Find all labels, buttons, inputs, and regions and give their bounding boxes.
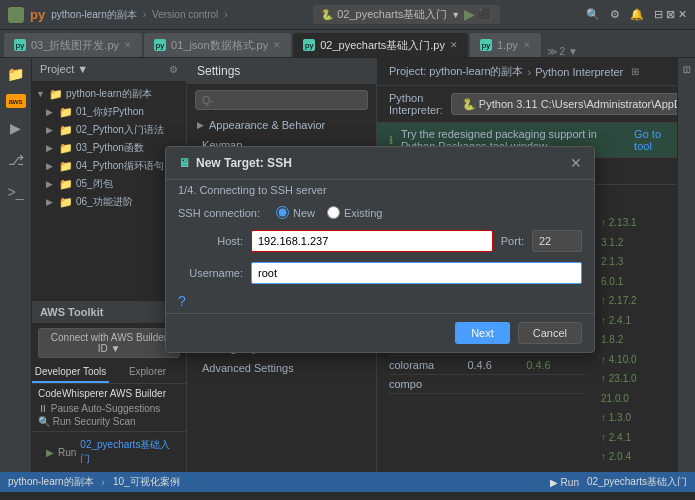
tree-item-03-label: 03_Python函数 — [76, 141, 144, 155]
pkg-row-colorama[interactable]: colorama 0.4.6 0.4.6 — [389, 356, 585, 375]
project-name-tab: python-learn的副本 — [51, 8, 137, 22]
project-panel-header: Project ▼ ⚙ — [32, 58, 186, 81]
project-menu[interactable]: py — [30, 7, 45, 22]
username-input[interactable] — [251, 262, 582, 284]
tree-item-04-label: 04_Python循环语句 — [76, 159, 164, 173]
py-icon: py — [14, 39, 26, 51]
tab-01-close[interactable]: ✕ — [273, 40, 281, 50]
settings-expand[interactable]: ⊞ — [631, 66, 639, 77]
run-button-top[interactable]: ▶ — [464, 7, 474, 22]
radio-new[interactable]: New — [276, 206, 315, 219]
git-icon[interactable]: ⎇ — [4, 148, 28, 172]
tree-root[interactable]: ▼ 📁 python-learn的副本 — [32, 85, 186, 103]
tab-01-label: 01_json数据格式.py — [171, 38, 268, 53]
settings-icon[interactable]: ⚙ — [610, 8, 620, 21]
explorer-tab[interactable]: Explorer — [109, 362, 186, 383]
tree-item-02[interactable]: ▶ 📁 02_Python入门语法 — [42, 121, 186, 139]
project-icon[interactable]: 📁 — [4, 62, 28, 86]
cancel-button[interactable]: Cancel — [518, 322, 582, 344]
run-button-side[interactable]: ▶ Run 02_pyecharts基础入门 — [38, 436, 180, 468]
ssh-step-indicator: 1/4. Connecting to SSH server — [166, 180, 594, 200]
run-icon-side[interactable]: ▶ — [4, 116, 28, 140]
nav-appearance-label: Appearance & Behavior — [209, 119, 325, 131]
interpreter-select[interactable]: 🐍 Python 3.11 C:\Users\Administrator\App… — [451, 93, 677, 115]
ssh-footer: Next Cancel — [166, 313, 594, 352]
tab-02-close[interactable]: ✕ — [450, 40, 458, 50]
nav-appearance[interactable]: ▶ Appearance & Behavior — [187, 115, 376, 135]
ssh-connection-type: SSH connection: New Existing — [166, 200, 594, 225]
ssh-dialog: 🖥 New Target: SSH ✕ 1/4. Connecting to S… — [165, 146, 595, 353]
pause-suggestions[interactable]: ⏸ Pause Auto-Suggestions — [38, 403, 180, 414]
tab-01-py[interactable]: py 01_json数据格式.py ✕ — [144, 33, 291, 57]
tab-03-close[interactable]: ✕ — [124, 40, 132, 50]
tree-root-label: python-learn的副本 — [66, 87, 152, 101]
ssh-help-row: ? — [166, 289, 594, 313]
radio-existing[interactable]: Existing — [327, 206, 383, 219]
codewhisperer-section: CodeWhisperer AWS Builder ⏸ Pause Auto-S… — [32, 384, 186, 431]
info-link[interactable]: Go to tool — [634, 128, 665, 152]
pkg-row-compo[interactable]: compo — [389, 375, 585, 394]
bottom-bar: python-learn的副本 › 10_可视化案例 ▶ Run 02_pyec… — [0, 472, 695, 492]
arrow-root: ▼ — [36, 89, 46, 99]
ssh-dialog-header: 🖥 New Target: SSH ✕ — [166, 147, 594, 180]
port-input[interactable] — [532, 230, 582, 252]
bottom-project: python-learn的副本 — [8, 475, 94, 489]
run-security-scan[interactable]: 🔍 Run Security Scan — [38, 416, 180, 427]
info-icon: ℹ — [389, 134, 393, 147]
settings-search-input[interactable] — [195, 90, 368, 110]
project-settings[interactable]: ⚙ — [169, 64, 178, 75]
run-label: Run — [58, 447, 76, 458]
run-section: ▶ Run 02_pyecharts基础入门 — [32, 431, 186, 472]
host-input[interactable] — [251, 230, 493, 252]
tab-03-py[interactable]: py 03_折线图开发.py ✕ — [4, 33, 142, 57]
version-control-label[interactable]: Version control — [152, 9, 218, 20]
latest-versions-col: ↑ 2.13.1 3.1.2 2.1.3 6.0.1 ↑ 2.17.2 ↑ 2.… — [597, 185, 677, 472]
notifications-icon[interactable]: 🔔 — [630, 8, 644, 21]
dev-tools-tabs: Developer Tools Explorer — [32, 362, 186, 384]
project-panel: Project ▼ ⚙ ▼ 📁 python-learn的副本 ▶ 📁 01_你… — [32, 58, 187, 472]
host-label: Host: — [178, 235, 243, 247]
terminal-icon[interactable]: >_ — [4, 180, 28, 204]
bottom-example: 10_可视化案例 — [113, 475, 180, 489]
stop-button-top[interactable]: ⬛ — [478, 8, 492, 21]
interpreter-bar: Python Interpreter: 🐍 Python 3.11 C:\Use… — [377, 86, 677, 123]
settings-search-box — [187, 85, 376, 115]
tab-03-label: 03_折线图开发.py — [31, 38, 119, 53]
developer-tools-tab[interactable]: Developer Tools — [32, 362, 109, 383]
bottom-path: 02_pyecharts基础入门 — [587, 475, 687, 489]
radio-existing-label: Existing — [344, 207, 383, 219]
content-breadcrumb: Project: python-learn的副本 › Python Interp… — [377, 58, 677, 86]
ssh-title: 🖥 New Target: SSH — [178, 156, 292, 170]
ssh-step-text: 1/4. Connecting to SSH server — [178, 184, 327, 196]
nav-advanced[interactable]: Advanced Settings — [187, 358, 376, 378]
settings-header: Settings — [187, 58, 376, 85]
left-sidebar-icons: 📁 aws ▶ ⎇ >_ — [0, 58, 32, 472]
tab-02-py[interactable]: py 02_pyecharts基础入门.py ✕ — [293, 33, 468, 57]
tab-1-py[interactable]: py 1.py ✕ — [470, 33, 541, 57]
tree-item-06-label: 06_功能进阶 — [76, 195, 133, 209]
run-config-selector[interactable]: 🐍 02_pyecharts基础入门 ▼ ▶ ⬛ — [313, 5, 500, 24]
tree-item-01[interactable]: ▶ 📁 01_你好Python — [42, 103, 186, 121]
codewhisperer-label: CodeWhisperer AWS Builder — [38, 388, 180, 399]
next-button[interactable]: Next — [455, 322, 510, 344]
ssh-help-icon[interactable]: ? — [178, 293, 186, 309]
py-icon-02: py — [303, 39, 315, 51]
aws-section-header: AWS Toolkit — [32, 300, 186, 324]
tree-item-01-label: 01_你好Python — [76, 105, 144, 119]
notifications-panel[interactable]: ⊟ — [679, 62, 694, 78]
project-tree: ▼ 📁 python-learn的副本 ▶ 📁 01_你好Python ▶ 📁 … — [32, 81, 186, 300]
search-icon[interactable]: 🔍 — [586, 8, 600, 21]
ssh-username-row: Username: — [166, 257, 594, 289]
nav-advanced-label: Advanced Settings — [202, 362, 294, 374]
aws-builder-btn[interactable]: Connect with AWS Builder ID ▼ — [38, 328, 180, 358]
ssh-host-row: Host: Port: — [166, 225, 594, 257]
tab-02-label: 02_pyecharts基础入门.py — [320, 38, 445, 53]
settings-title: Settings — [197, 64, 240, 78]
tab-1-close[interactable]: ✕ — [523, 40, 531, 50]
aws-icon[interactable]: aws — [6, 94, 26, 108]
more-tabs[interactable]: ≫ 2 ▼ — [547, 46, 578, 57]
port-label: Port: — [501, 235, 524, 247]
ssh-close-btn[interactable]: ✕ — [570, 155, 582, 171]
window-controls[interactable]: ⊟ ⊠ ✕ — [654, 8, 687, 21]
radio-new-label: New — [293, 207, 315, 219]
